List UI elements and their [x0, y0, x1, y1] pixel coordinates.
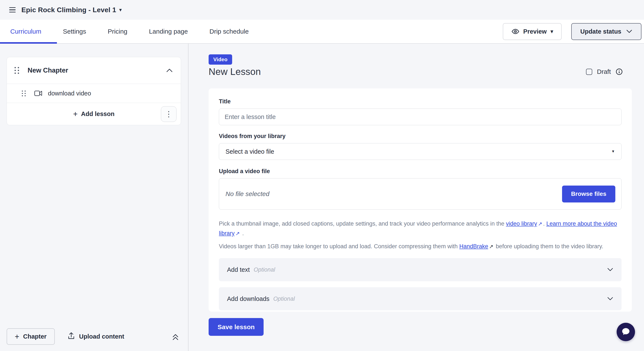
- tabs: Curriculum Settings Pricing Landing page…: [0, 20, 270, 43]
- external-link-icon: ↗: [489, 242, 494, 251]
- lesson-editor: Video New Lesson Draft Title: [188, 44, 644, 351]
- add-downloads-accordion[interactable]: Add downloads Optional: [219, 287, 622, 310]
- video-library-link[interactable]: video library: [506, 220, 537, 227]
- info-icon[interactable]: [616, 68, 623, 75]
- drag-handle-icon[interactable]: [14, 67, 19, 74]
- chapter-header: New Chapter: [7, 57, 181, 84]
- lesson-form-card: Title Videos from your library Select a …: [208, 88, 632, 312]
- add-chapter-label: Chapter: [23, 333, 47, 340]
- lesson-row[interactable]: download video: [7, 84, 181, 103]
- draft-checkbox[interactable]: [586, 69, 592, 75]
- chevron-down-icon: [626, 29, 632, 34]
- top-bar: Epic Rock Climbing - Level 1 ▾: [0, 0, 644, 20]
- lesson-header: Video New Lesson Draft: [208, 54, 632, 77]
- page-title: New Lesson: [208, 66, 632, 77]
- upload-content-label: Upload content: [79, 333, 124, 340]
- plus-icon: +: [73, 110, 78, 118]
- update-status-button[interactable]: Update status: [571, 23, 642, 40]
- kebab-menu-icon: ⋮: [165, 110, 173, 118]
- add-lesson-label: Add lesson: [81, 110, 114, 118]
- optional-label: Optional: [254, 266, 275, 273]
- chevron-up-icon[interactable]: [166, 68, 173, 73]
- upload-field-label: Upload a video file: [219, 168, 622, 175]
- tab-bar: Curriculum Settings Pricing Landing page…: [0, 20, 644, 44]
- file-dropzone[interactable]: No file selected Browse files: [219, 178, 622, 210]
- lesson-type-badge: Video: [208, 54, 232, 65]
- chapter-title: New Chapter: [28, 66, 68, 74]
- select-caret-icon: ▼: [611, 150, 615, 154]
- add-text-accordion[interactable]: Add text Optional: [219, 258, 622, 281]
- chapter-options-button[interactable]: ⋮: [161, 106, 176, 122]
- caret-down-icon: ▾: [119, 7, 122, 12]
- lesson-title-input[interactable]: [219, 108, 622, 125]
- lesson-title: download video: [48, 90, 91, 97]
- optional-label: Optional: [273, 296, 295, 302]
- tab-landing-page[interactable]: Landing page: [149, 20, 188, 43]
- tab-curriculum[interactable]: Curriculum: [10, 20, 41, 43]
- upload-icon: [68, 332, 75, 341]
- upload-content-button[interactable]: Upload content: [68, 332, 124, 341]
- preview-label: Preview: [523, 28, 547, 35]
- app-window: Epic Rock Climbing - Level 1 ▾ Curriculu…: [0, 0, 644, 351]
- chapter-footer: + Add lesson ⋮: [7, 103, 181, 125]
- draft-control: Draft: [586, 68, 623, 75]
- sidebar-footer: + Chapter Upload content: [0, 328, 188, 345]
- tab-settings[interactable]: Settings: [63, 20, 86, 43]
- tab-drip-schedule[interactable]: Drip schedule: [210, 20, 248, 43]
- save-lesson-button[interactable]: Save lesson: [208, 318, 264, 336]
- handbrake-link[interactable]: HandBrake: [459, 243, 488, 250]
- select-value: Select a video file: [226, 148, 274, 155]
- draft-label: Draft: [597, 68, 611, 75]
- curriculum-sidebar: New Chapter download video: [0, 44, 188, 351]
- collapse-all-icon[interactable]: [172, 332, 180, 341]
- external-link-icon: ↗: [538, 219, 542, 228]
- chapter-card: New Chapter download video: [7, 57, 181, 125]
- menu-icon: [9, 7, 16, 13]
- plus-icon: +: [15, 333, 19, 340]
- no-file-text: No file selected: [226, 190, 269, 198]
- preview-button[interactable]: Preview ▾: [503, 23, 562, 40]
- chevron-down-icon: [607, 268, 614, 272]
- video-library-select[interactable]: Select a video file ▼: [219, 143, 622, 160]
- caret-down-icon: ▾: [550, 29, 553, 34]
- chat-icon: [621, 327, 631, 337]
- hamburger-menu-button[interactable]: [6, 4, 18, 16]
- video-camera-icon: [34, 90, 42, 96]
- course-switcher[interactable]: Epic Rock Climbing - Level 1 ▾: [22, 6, 122, 14]
- add-lesson-button[interactable]: + Add lesson: [7, 103, 181, 125]
- update-status-label: Update status: [580, 28, 621, 35]
- active-tab-indicator: [0, 42, 57, 44]
- external-link-icon: ↗: [236, 229, 240, 238]
- drag-handle-icon[interactable]: [22, 90, 26, 96]
- add-downloads-label: Add downloads: [227, 295, 269, 302]
- eye-icon: [511, 28, 520, 36]
- body-row: New Chapter download video: [0, 44, 644, 351]
- add-chapter-button[interactable]: + Chapter: [7, 328, 55, 345]
- add-text-label: Add text: [227, 266, 250, 273]
- chevron-down-icon: [607, 297, 614, 301]
- chat-launcher-button[interactable]: [616, 323, 635, 341]
- compression-help-text: Videos larger than 1GB may take longer t…: [219, 242, 621, 251]
- course-title: Epic Rock Climbing - Level 1: [22, 6, 116, 14]
- title-field-label: Title: [219, 98, 622, 105]
- tabbar-actions: Preview ▾ Update status: [503, 23, 644, 40]
- browse-files-button[interactable]: Browse files: [562, 186, 615, 202]
- library-field-label: Videos from your library: [219, 133, 622, 140]
- video-library-help-text: Pick a thumbnail image, add closed capti…: [219, 219, 621, 238]
- tab-pricing[interactable]: Pricing: [108, 20, 127, 43]
